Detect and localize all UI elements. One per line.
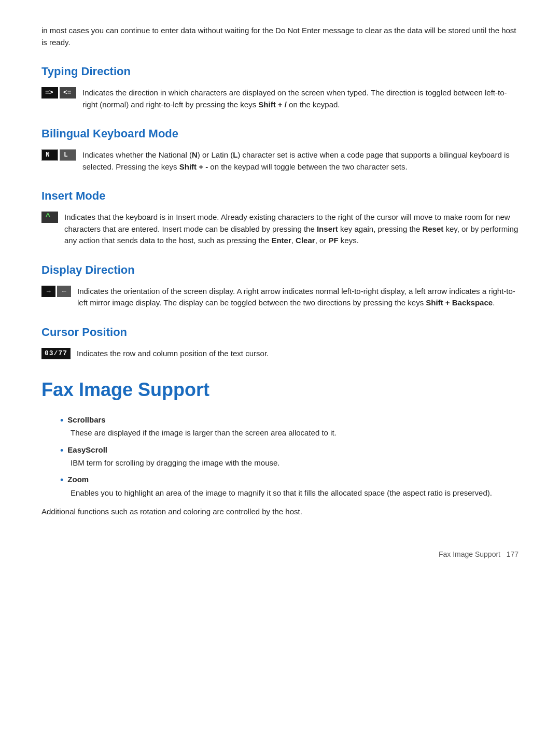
cursor-position-heading: Cursor Position xyxy=(41,324,519,341)
cursor-position-section: Cursor Position 03/77 Indicates the row … xyxy=(41,324,519,360)
display-direction-icons: → ← xyxy=(41,286,71,297)
additional-functions-text: Additional functions such as rotation an… xyxy=(41,506,519,518)
easyscroll-text: IBM term for scrolling by dragging the i… xyxy=(71,457,519,469)
typing-direction-icons: => <= xyxy=(41,87,76,99)
typing-direction-icon-right: => xyxy=(41,87,58,99)
cursor-position-icon: 03/77 xyxy=(41,348,71,359)
zoom-row: • Zoom xyxy=(60,474,519,487)
typing-direction-heading: Typing Direction xyxy=(41,63,519,80)
bilingual-keyboard-body: Indicates whether the National (N) or La… xyxy=(82,149,519,173)
list-item: • EasyScroll IBM term for scrolling by d… xyxy=(60,444,519,469)
cursor-position-body: Indicates the row and column position of… xyxy=(77,348,269,360)
insert-mode-heading: Insert Mode xyxy=(41,187,519,204)
display-direction-icon-right: → xyxy=(41,286,55,297)
scrollbars-row: • Scrollbars xyxy=(60,414,519,427)
typing-direction-body: Indicates the direction in which charact… xyxy=(82,87,519,110)
insert-mode-content: ^ Indicates that the keyboard is in Inse… xyxy=(41,212,519,247)
list-item: • Zoom Enables you to highlight an area … xyxy=(60,474,519,499)
easyscroll-label: EasyScroll xyxy=(67,444,107,456)
footer: Fax Image Support 177 xyxy=(41,549,519,560)
fax-bullet-list: • Scrollbars These are displayed if the … xyxy=(60,414,519,499)
insert-mode-section: Insert Mode ^ Indicates that the keyboar… xyxy=(41,187,519,247)
bilingual-keyboard-content: N L Indicates whether the National (N) o… xyxy=(41,149,519,173)
fax-image-support-section: Fax Image Support • Scrollbars These are… xyxy=(41,376,519,518)
bullet-dot-easyscroll: • xyxy=(60,444,63,457)
insert-mode-icon: ^ xyxy=(41,212,58,223)
list-item: • Scrollbars These are displayed if the … xyxy=(60,414,519,439)
bilingual-keyboard-icon-n: N xyxy=(41,149,58,161)
display-direction-body: Indicates the orientation of the screen … xyxy=(77,286,519,309)
bilingual-keyboard-icons: N L xyxy=(41,149,76,161)
insert-mode-icons: ^ xyxy=(41,212,58,223)
display-direction-section: Display Direction → ← Indicates the orie… xyxy=(41,261,519,309)
bilingual-keyboard-heading: Bilingual Keyboard Mode xyxy=(41,125,519,142)
typing-direction-icon-left: <= xyxy=(60,87,76,99)
typing-direction-section: Typing Direction => <= Indicates the dir… xyxy=(41,63,519,110)
bullet-dot-scrollbars: • xyxy=(60,414,63,427)
footer-page-number: 177 xyxy=(507,550,519,558)
fax-image-support-heading: Fax Image Support xyxy=(41,376,519,404)
zoom-text: Enables you to highlight an area of the … xyxy=(71,487,519,499)
display-direction-content: → ← Indicates the orientation of the scr… xyxy=(41,286,519,309)
scrollbars-text: These are displayed if the image is larg… xyxy=(71,427,519,439)
typing-direction-content: => <= Indicates the direction in which c… xyxy=(41,87,519,110)
display-direction-heading: Display Direction xyxy=(41,261,519,278)
zoom-label: Zoom xyxy=(67,474,89,486)
footer-section-name: Fax Image Support xyxy=(439,550,500,558)
scrollbars-label: Scrollbars xyxy=(67,414,105,426)
display-direction-icon-left: ← xyxy=(57,286,71,297)
cursor-position-content: 03/77 Indicates the row and column posit… xyxy=(41,348,519,360)
insert-mode-body: Indicates that the keyboard is in Insert… xyxy=(64,212,519,247)
bilingual-keyboard-icon-l: L xyxy=(60,149,76,161)
easyscroll-row: • EasyScroll xyxy=(60,444,519,457)
intro-paragraph: in most cases you can continue to enter … xyxy=(41,25,519,48)
cursor-position-icons: 03/77 xyxy=(41,348,71,359)
bilingual-keyboard-section: Bilingual Keyboard Mode N L Indicates wh… xyxy=(41,125,519,173)
bullet-dot-zoom: • xyxy=(60,474,63,487)
